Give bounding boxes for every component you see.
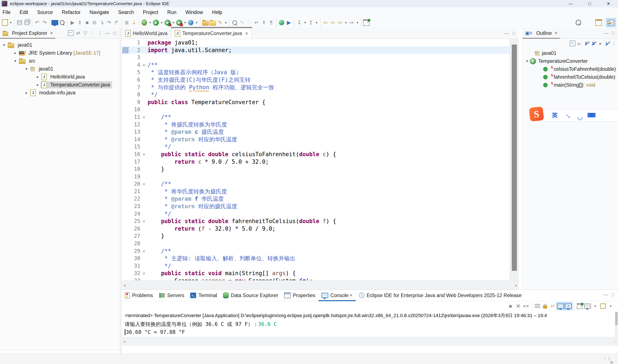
remove-launch-icon[interactable]: ✕	[514, 302, 522, 310]
menu-run[interactable]: Run	[163, 10, 181, 15]
show-whitespace-icon[interactable]: ¶	[268, 19, 275, 26]
chevron-down-icon[interactable]: ▾	[24, 67, 29, 71]
chevron-down-icon[interactable]: ▾	[13, 59, 18, 63]
chevron-down-icon[interactable]: ▾	[1, 43, 7, 47]
close-icon[interactable]: ✕	[50, 31, 53, 36]
fold-icon[interactable]: ⊖	[140, 61, 148, 69]
forward-dropdown-icon[interactable]: ▾	[355, 19, 360, 26]
tab-console[interactable]: Console✕	[318, 290, 356, 301]
run-icon[interactable]: ▶	[152, 19, 160, 26]
outline-item-celsiustofahrenheit-double-[interactable]: ScelsiusToFahrenheit(double)	[523, 65, 618, 73]
minimize-icon[interactable]: —	[602, 29, 610, 37]
open-perspective-icon[interactable]	[595, 19, 602, 26]
disconnect-icon[interactable]: ⊘	[91, 19, 98, 26]
step-into-icon[interactable]: ↴	[98, 19, 105, 26]
back-dropdown-icon[interactable]: ▾	[344, 19, 348, 26]
clear-console-icon[interactable]: ⌧	[533, 302, 541, 310]
minimize-icon[interactable]: —	[503, 30, 510, 37]
fold-icon[interactable]: ⊖	[140, 247, 148, 255]
outline-item-java01[interactable]: java01	[523, 49, 618, 57]
menu-window[interactable]: Window	[181, 10, 207, 15]
preview-icon[interactable]: ‖	[260, 19, 268, 26]
scroll-right-icon[interactable]: ▸	[515, 283, 517, 288]
forward-icon[interactable]: ⇨	[348, 19, 355, 26]
tab-project-explorer[interactable]: Project Explorer ✕	[0, 28, 55, 38]
open-console-dropdown-icon[interactable]: ▾	[607, 302, 615, 310]
skip-breakpoints-icon[interactable]: ≣	[123, 19, 130, 26]
minimize-icon[interactable]: —	[561, 0, 580, 7]
tab-problems[interactable]: Problems	[122, 290, 156, 301]
code-editor[interactable]: 1package java01;2import java.util.Scanne…	[122, 39, 519, 280]
sort-icon[interactable]: a↓	[576, 40, 583, 47]
annotate-icon[interactable]: ✎	[216, 19, 224, 26]
maximize-icon[interactable]: □	[111, 29, 118, 37]
step-return-icon[interactable]: ↱	[113, 19, 120, 26]
tab-properties[interactable]: Properties	[281, 290, 318, 301]
new-wizard-icon[interactable]	[1, 19, 9, 26]
display-console-dropdown-icon[interactable]: ▾	[591, 302, 599, 310]
debug-icon[interactable]	[141, 19, 148, 26]
view-menu-icon[interactable]: ⋮	[96, 29, 104, 37]
open-type-icon[interactable]	[202, 19, 209, 26]
hide-local-types-icon[interactable]: L	[604, 40, 610, 47]
menu-navigate[interactable]: Navigate	[85, 10, 114, 15]
step-over-icon[interactable]: ↷	[105, 19, 113, 26]
collapse-all-icon[interactable]	[569, 40, 576, 47]
hide-static-icon[interactable]: S	[590, 40, 597, 47]
minimize-icon[interactable]: —	[602, 291, 609, 298]
run-dropdown-icon[interactable]: ▾	[160, 19, 164, 26]
chevron-right-icon[interactable]: ▸	[35, 83, 40, 87]
resume-icon[interactable]: ▶	[69, 19, 76, 26]
close-icon[interactable]: ✕	[554, 31, 558, 36]
fold-icon[interactable]: ⊖	[140, 180, 148, 188]
back-icon[interactable]: ⇦	[336, 19, 344, 26]
debug-dropdown-icon[interactable]: ▾	[148, 19, 152, 26]
mark-occurrences-icon[interactable]	[59, 19, 66, 26]
smart-assist-icon[interactable]	[609, 357, 618, 361]
javaee-perspective-icon[interactable]	[606, 18, 616, 27]
word-wrap-icon[interactable]: ↵	[549, 302, 557, 310]
save-all-icon[interactable]	[23, 19, 31, 26]
menu-edit[interactable]: Edit	[15, 10, 33, 15]
export-icon[interactable]: ↥	[307, 19, 314, 26]
chevron-right-icon[interactable]: ▸	[35, 75, 40, 79]
hide-fields-icon[interactable]: F	[583, 40, 590, 47]
suspend-icon[interactable]: ‖	[76, 19, 83, 26]
terminate-icon[interactable]: ■	[83, 19, 91, 26]
launch-group-icon[interactable]: ⇣	[130, 19, 138, 26]
tree-item-temperatureconverter-java[interactable]: ▸JTemperatureConverter.java	[0, 81, 120, 89]
tree-item-helloworld-java[interactable]: ▸JHelloWorld.java	[0, 73, 120, 81]
previous-edit-icon[interactable]: ⇦	[322, 19, 329, 26]
release-info[interactable]: ⓘEclipse IDE for Enterprise Java and Web…	[356, 291, 525, 299]
show-stderr-icon[interactable]: ✕	[565, 302, 572, 310]
redo-icon[interactable]: ↷	[41, 19, 48, 26]
scrollbar-thumb[interactable]	[512, 45, 517, 271]
editor-horizontal-scrollbar[interactable]: ◂ ▸	[122, 280, 519, 290]
menu-help[interactable]: Help	[207, 10, 227, 15]
profile-dropdown-icon[interactable]: ▾	[183, 19, 187, 26]
link-editor-icon[interactable]: ⇄	[74, 29, 82, 37]
menu-refactor[interactable]: Refactor	[57, 10, 85, 15]
outline-item-fahrenheittocelsius-double-[interactable]: SfahrenheitToCelsius(double)	[523, 73, 618, 81]
outline-item-main-string-[interactable]: Smain(String[]) : void	[523, 81, 618, 89]
open-element-icon[interactable]	[51, 19, 59, 26]
new-dropdown-icon[interactable]: ▾	[9, 19, 13, 26]
close-icon[interactable]: ✕	[349, 293, 353, 298]
annotate-dropdown-icon[interactable]: ▾	[224, 19, 228, 26]
external-tools-icon[interactable]	[187, 19, 194, 26]
menu-search[interactable]: Search	[114, 10, 138, 15]
terminate-icon[interactable]: ■	[507, 302, 514, 310]
record-icon[interactable]	[231, 19, 238, 26]
tree-item-java01[interactable]: ▾java01	[0, 65, 120, 73]
run-on-server-icon[interactable]: ▶	[285, 19, 293, 26]
maximize-icon[interactable]: □	[609, 291, 617, 298]
filter-icon[interactable]: ▽	[82, 29, 89, 37]
tree-item-src[interactable]: ▾src	[0, 57, 120, 65]
scroll-left-icon[interactable]: ◂	[123, 339, 125, 344]
search-icon[interactable]	[575, 19, 582, 26]
chevron-right-icon[interactable]: ▸	[24, 91, 29, 95]
fold-icon[interactable]: ⊖	[140, 113, 148, 121]
fold-icon[interactable]: ⊖	[140, 270, 148, 277]
tab-outline[interactable]: ▣≡ Outline ✕	[523, 28, 560, 38]
profile-icon[interactable]: ▶	[176, 19, 183, 26]
